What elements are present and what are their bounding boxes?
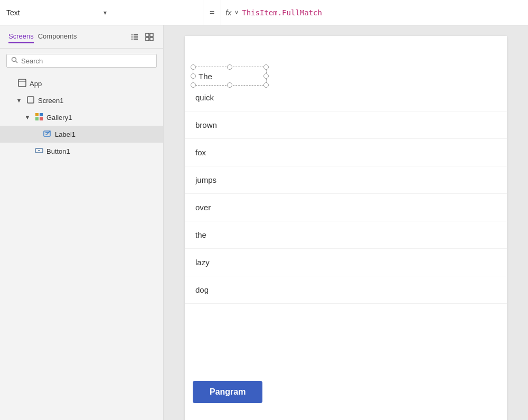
svg-rect-7 xyxy=(150,33,153,36)
search-box[interactable] xyxy=(6,54,157,68)
svg-rect-12 xyxy=(18,79,26,87)
canvas-frame: The quick brown fox jumps over xyxy=(185,36,507,420)
gallery-icon xyxy=(34,113,44,123)
gallery-item-6[interactable]: the xyxy=(185,221,507,249)
expand-icon-screen1: ▼ xyxy=(15,97,23,104)
svg-rect-3 xyxy=(134,34,138,35)
tree-item-label1[interactable]: Label1 xyxy=(0,126,163,143)
pangram-button[interactable]: Pangram xyxy=(193,381,262,403)
tree-item-button1[interactable]: Button1 xyxy=(0,143,163,160)
svg-rect-16 xyxy=(40,113,43,116)
svg-rect-17 xyxy=(35,117,39,120)
gallery-item-text-6: the xyxy=(195,230,206,239)
svg-rect-5 xyxy=(134,39,138,40)
property-dropdown[interactable]: Text ▾ xyxy=(0,0,203,25)
button-icon xyxy=(34,146,44,156)
left-panel: Screens Components xyxy=(0,25,164,420)
svg-rect-2 xyxy=(131,39,133,40)
fx-chevron-icon: ∨ xyxy=(234,9,239,16)
svg-rect-18 xyxy=(40,117,43,120)
tree-label-app: App xyxy=(30,80,159,88)
app-icon xyxy=(17,79,27,89)
search-input[interactable] xyxy=(21,57,152,65)
canvas-area[interactable]: The quick brown fox jumps over xyxy=(164,25,528,420)
gallery-item-3[interactable]: fox xyxy=(185,139,507,166)
main-area: Screens Components xyxy=(0,25,528,420)
svg-rect-4 xyxy=(134,36,138,38)
svg-line-11 xyxy=(16,61,18,63)
tree-item-gallery1[interactable]: ▼ Gallery1 xyxy=(0,109,163,126)
gallery-item-text-4: jumps xyxy=(195,175,216,184)
svg-rect-8 xyxy=(146,38,149,41)
screen-icon xyxy=(25,96,36,106)
label-icon xyxy=(42,129,53,139)
tab-screens[interactable]: Screens xyxy=(8,30,34,43)
svg-rect-9 xyxy=(150,38,153,41)
gallery-item-5[interactable]: over xyxy=(185,194,507,221)
list-view-icon[interactable] xyxy=(129,32,140,42)
gallery-item-2[interactable]: brown xyxy=(185,111,507,139)
svg-rect-15 xyxy=(35,113,39,116)
tab-icons xyxy=(129,32,155,42)
property-chevron-icon: ▾ xyxy=(103,9,196,16)
formula-bar: fx ∨ ThisItem.FullMatch xyxy=(221,8,528,17)
tree-label-label1: Label1 xyxy=(55,130,159,138)
tree-item-app[interactable]: App xyxy=(0,75,163,92)
gallery-item-text-7: lazy xyxy=(195,258,210,267)
svg-rect-1 xyxy=(131,36,133,38)
tabs-row: Screens Components xyxy=(0,25,163,49)
svg-rect-14 xyxy=(27,97,34,103)
gallery-container: quick brown fox jumps over the l xyxy=(185,65,507,304)
formula-expression[interactable]: ThisItem.FullMatch xyxy=(242,8,322,17)
gallery-item-text-2: brown xyxy=(195,120,217,129)
gallery-item-1[interactable]: quick xyxy=(185,84,507,111)
gallery-item-text-5: over xyxy=(195,203,211,212)
gallery-item-text-3: fox xyxy=(195,148,206,157)
gallery-item-7[interactable]: lazy xyxy=(185,249,507,276)
gallery-item-4[interactable]: jumps xyxy=(185,166,507,194)
tree-label-button1: Button1 xyxy=(46,147,159,155)
tree-item-screen1[interactable]: ▼ Screen1 xyxy=(0,92,163,109)
search-icon xyxy=(11,57,18,65)
tree-label-gallery1: Gallery1 xyxy=(46,114,159,122)
expand-icon-gallery1: ▼ xyxy=(23,114,32,120)
gallery-item-text-1: quick xyxy=(195,93,214,102)
property-value: Text xyxy=(6,8,99,17)
top-bar: Text ▾ = fx ∨ ThisItem.FullMatch xyxy=(0,0,528,25)
svg-point-10 xyxy=(12,58,16,62)
gallery-item-8[interactable]: dog xyxy=(185,276,507,304)
tab-components[interactable]: Components xyxy=(38,30,77,43)
gallery-item-text-8: dog xyxy=(195,285,209,294)
tree-label-screen1: Screen1 xyxy=(38,97,159,105)
svg-rect-6 xyxy=(146,33,149,36)
tree: App ▼ Screen1 ▼ xyxy=(0,73,163,420)
svg-rect-0 xyxy=(131,34,133,35)
fx-icon: fx xyxy=(225,8,231,17)
grid-view-icon[interactable] xyxy=(144,32,155,42)
equals-sign: = xyxy=(203,0,221,25)
